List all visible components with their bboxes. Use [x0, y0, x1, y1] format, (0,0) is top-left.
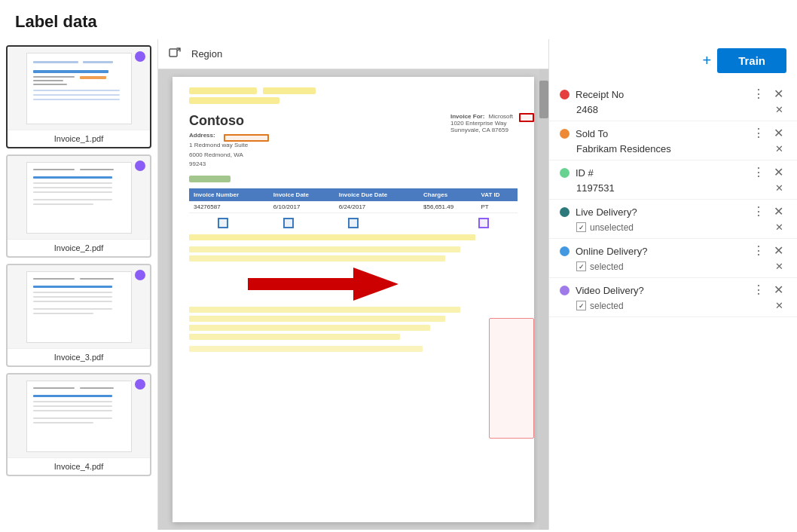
col-vat-id: VAT ID — [477, 188, 518, 201]
page-title: Label data — [0, 0, 797, 39]
invoice-addr2: Sunnyvale, CA 87659 — [450, 127, 508, 133]
label-name-video: Video Delivery? — [576, 285, 644, 296]
document-canvas: Contoso Address: 1 Redmond way Suite 600… — [173, 77, 534, 522]
label-more-video[interactable]: ⋮ — [750, 283, 768, 298]
label-value-close-id[interactable]: ✕ — [772, 182, 786, 194]
col-charges: Charges — [419, 188, 476, 201]
address-line2: 1 Redmond way Suite — [189, 142, 248, 148]
label-item-id: ID # ⋮ ✕ 1197531 ✕ — [549, 161, 797, 200]
file-name-2: Invoice_2.pdf — [8, 239, 150, 256]
label-more-live[interactable]: ⋮ — [750, 204, 768, 219]
file-dot-1 — [135, 51, 145, 62]
label-item-video-delivery: Video Delivery? ⋮ ✕ ✓ selected ✕ — [549, 278, 797, 317]
label-dot-id — [560, 168, 570, 178]
invoice-addr1: 1020 Enterprise Way — [450, 120, 506, 127]
label-more-online[interactable]: ⋮ — [750, 243, 768, 258]
label-value-close-online[interactable]: ✕ — [772, 260, 786, 273]
col-invoice-number: Invoice Number — [189, 188, 269, 201]
file-name-3: Invoice_3.pdf — [8, 348, 150, 365]
file-item-2[interactable]: Invoice_2.pdf — [6, 154, 151, 258]
file-dot-2 — [135, 161, 145, 171]
label-name-online: Online Delivery? — [576, 246, 647, 257]
label-dot-online — [560, 246, 570, 256]
label-value-close-receipt[interactable]: ✕ — [772, 103, 786, 116]
address-label: Address: — [189, 132, 215, 139]
cell-invoice-number: 34276587 — [189, 201, 269, 213]
file-dot-3 — [135, 270, 145, 280]
label-close-id[interactable]: ✕ — [771, 165, 786, 180]
label-dot-receipt — [560, 90, 570, 99]
label-value-close-video[interactable]: ✕ — [772, 299, 786, 312]
invoice-table: Invoice Number Invoice Date Invoice Due … — [189, 188, 518, 213]
invoice-for-label: Invoice For: — [450, 113, 484, 120]
region-icon — [169, 47, 181, 61]
label-more-receipt[interactable]: ⋮ — [750, 87, 768, 102]
cell-charges: $56,651.49 — [419, 201, 476, 213]
label-name-id: ID # — [576, 167, 594, 179]
canvas-area: Region Contoso Address: 1 Redmon — [158, 39, 548, 530]
file-dot-4 — [135, 379, 145, 390]
col-invoice-date: Invoice Date — [269, 188, 334, 201]
file-item-4[interactable]: Invoice_4.pdf — [6, 373, 151, 476]
checkbox-icon-video: ✓ — [576, 301, 586, 310]
label-value-id: 1197531 — [576, 182, 615, 194]
label-close-live[interactable]: ✕ — [771, 204, 786, 219]
label-dot-live — [560, 207, 570, 217]
cell-due-date: 6/24/2017 — [334, 201, 419, 213]
label-item-sold-to: Sold To ⋮ ✕ Fabrikam Residences ✕ — [549, 121, 797, 161]
region-label: Region — [185, 45, 228, 63]
label-item-online-delivery: Online Delivery? ⋮ ✕ ✓ selected ✕ — [549, 239, 797, 278]
invoice-for-company: Microsoft — [489, 113, 513, 120]
plus-button[interactable]: + — [702, 52, 711, 69]
file-list: Invoice_1.pdf Invoice_2.pdf — [0, 39, 158, 530]
label-close-receipt[interactable]: ✕ — [771, 87, 786, 102]
canvas-toolbar: Region — [158, 39, 548, 69]
label-name-sold-to: Sold To — [576, 128, 608, 139]
svg-rect-0 — [169, 49, 177, 57]
label-name-receipt: Receipt No — [576, 89, 624, 100]
label-name-live: Live Delivery? — [576, 206, 637, 218]
label-dot-video — [560, 286, 570, 295]
train-button[interactable]: Train — [717, 48, 786, 73]
label-dot-sold-to — [560, 129, 570, 139]
table-row: 34276587 6/10/2017 6/24/2017 $56,651.49 … — [189, 201, 518, 213]
label-close-sold-to[interactable]: ✕ — [771, 126, 786, 141]
label-value-close-sold-to[interactable]: ✕ — [772, 142, 786, 155]
label-value-video: selected — [590, 301, 624, 311]
labels-list: Receipt No ⋮ ✕ 2468 ✕ Sold To — [549, 82, 797, 530]
red-arrow — [248, 261, 398, 307]
cell-vat: PT — [477, 201, 518, 213]
label-value-receipt: 2468 — [576, 104, 598, 115]
label-value-close-live[interactable]: ✕ — [772, 221, 786, 234]
label-value-sold-to: Fabrikam Residences — [576, 143, 671, 154]
label-item-live-delivery: Live Delivery? ⋮ ✕ ✓ unselected ✕ — [549, 200, 797, 239]
file-item-3[interactable]: Invoice_3.pdf — [6, 264, 151, 367]
label-close-online[interactable]: ✕ — [771, 243, 786, 258]
label-more-id[interactable]: ⋮ — [750, 165, 768, 180]
address-line4: 99243 — [189, 161, 206, 167]
label-item-receipt-no: Receipt No ⋮ ✕ 2468 ✕ — [549, 82, 797, 121]
checkbox-icon-online: ✓ — [576, 261, 586, 271]
checkbox-icon-live: ✓ — [576, 222, 586, 232]
file-name-1: Invoice_1.pdf — [8, 130, 150, 147]
label-value-live: unselected — [590, 222, 634, 233]
col-due-date: Invoice Due Date — [334, 188, 419, 201]
address-line3: 6000 Redmond, WA — [189, 151, 243, 158]
cell-date: 6/10/2017 — [269, 201, 334, 213]
right-panel: + Train Receipt No ⋮ ✕ 2468 — [548, 39, 797, 530]
label-more-sold-to[interactable]: ⋮ — [750, 126, 768, 141]
label-value-online: selected — [590, 261, 624, 272]
svg-marker-1 — [248, 268, 398, 301]
file-item-1[interactable]: Invoice_1.pdf — [6, 45, 151, 148]
file-name-4: Invoice_4.pdf — [8, 457, 150, 475]
label-close-video[interactable]: ✕ — [771, 283, 786, 298]
